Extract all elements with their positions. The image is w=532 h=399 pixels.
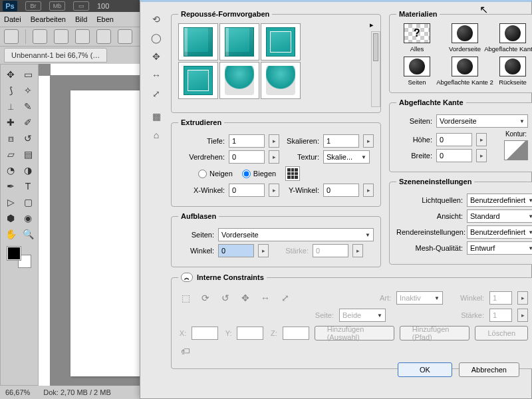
status-zoom[interactable]: 66,67% xyxy=(5,388,30,396)
3d-tool-5[interactable] xyxy=(118,29,132,44)
bevel-breite-stepper[interactable]: ▸ xyxy=(476,149,487,162)
ywinkel-stepper[interactable]: ▸ xyxy=(363,184,374,197)
preset-2[interactable] xyxy=(219,23,259,61)
inflate-seiten-combo[interactable]: Vorderseite▼ xyxy=(218,228,374,241)
heal-tool[interactable]: ✚ xyxy=(3,115,19,130)
constraints-toggle-icon[interactable]: ︽ xyxy=(181,273,193,282)
preset-3[interactable] xyxy=(261,23,301,61)
ywinkel-input[interactable] xyxy=(323,184,359,197)
kontur-picker[interactable] xyxy=(504,140,528,160)
render-combo[interactable]: Benutzerdefiniert▼ xyxy=(467,225,532,239)
3d-camera-tool[interactable]: ◉ xyxy=(20,211,36,225)
ruler-vertical[interactable] xyxy=(39,76,51,386)
eyedropper-tool[interactable]: ✎ xyxy=(20,99,36,114)
presets-flyout-icon[interactable]: ▸ xyxy=(370,21,374,29)
preset-1[interactable] xyxy=(178,23,218,61)
bevel-seiten-combo[interactable]: Vorderseite▼ xyxy=(436,114,528,128)
ic-tool-6[interactable]: ⤢ xyxy=(278,291,293,305)
document-canvas[interactable] xyxy=(70,90,144,376)
doc-tab[interactable]: Unbenannt-1 bei 66,7% (… xyxy=(4,48,107,63)
stamp-tool[interactable]: ⧈ xyxy=(3,131,19,146)
tiefe-stepper[interactable]: ▸ xyxy=(269,134,279,148)
eraser-tool[interactable]: ▱ xyxy=(3,147,19,162)
3d-tool-1[interactable] xyxy=(33,29,47,44)
blur-tool[interactable]: ◔ xyxy=(3,163,19,178)
bevel-breite-input[interactable] xyxy=(436,149,472,162)
origin-picker[interactable] xyxy=(285,166,300,181)
material-rueckseite[interactable] xyxy=(499,57,526,76)
menu-datei[interactable]: Datei xyxy=(4,15,21,23)
cancel-button[interactable]: Abbrechen xyxy=(459,362,519,377)
path-tool[interactable]: ▷ xyxy=(3,195,19,209)
dodge-tool[interactable]: ◑ xyxy=(20,163,36,178)
inflate-winkel-input[interactable] xyxy=(218,244,254,257)
shape-tool[interactable]: ▢ xyxy=(20,195,36,209)
material-vorderseite[interactable] xyxy=(452,23,478,43)
add-selection-button[interactable]: Hinzufügen (Auswahl) xyxy=(315,326,394,340)
material-alles[interactable]: ? xyxy=(404,23,430,43)
bevel-hoehe-input[interactable] xyxy=(436,133,472,146)
crop-tool[interactable]: ⟂ xyxy=(3,99,19,114)
ic-tool-5[interactable]: ↔ xyxy=(258,291,273,305)
preset-scrollbar[interactable] xyxy=(371,31,380,107)
bridge-icon[interactable]: Br xyxy=(25,1,41,11)
marquee-tool[interactable]: ▭ xyxy=(20,67,36,82)
textur-combo[interactable]: Skalie...▼ xyxy=(323,150,370,164)
biegen-radio[interactable]: Biegen xyxy=(242,170,276,178)
menu-bearbeiten[interactable]: Bearbeiten xyxy=(31,15,66,23)
tiefe-input[interactable] xyxy=(229,134,265,148)
history-brush-tool[interactable]: ↺ xyxy=(20,131,36,146)
3d-tool-3[interactable] xyxy=(75,29,90,44)
preset-6[interactable] xyxy=(261,62,301,99)
material-kante2[interactable] xyxy=(452,57,478,76)
mb-icon[interactable]: Mb xyxy=(49,1,65,11)
preset-4[interactable] xyxy=(178,62,218,99)
menu-ebenen[interactable]: Eben xyxy=(96,15,114,23)
ic-tool-1[interactable]: ⬚ xyxy=(178,291,193,305)
screen-mode-icon[interactable]: ▭ xyxy=(73,1,89,11)
verdrehen-input[interactable] xyxy=(229,150,265,164)
home-tool-icon[interactable]: ⌂ xyxy=(150,128,163,142)
mesh-tool-icon[interactable]: ▦ xyxy=(150,110,163,123)
wand-tool[interactable]: ✧ xyxy=(20,83,36,98)
tag-icon[interactable]: 🏷 xyxy=(178,344,193,358)
zoom-tool[interactable]: 🔍 xyxy=(20,227,36,241)
menu-bild[interactable]: Bild xyxy=(75,15,87,23)
rotate-tool-icon[interactable]: ⟲ xyxy=(150,13,163,26)
slide-tool-icon[interactable]: ↔ xyxy=(150,68,163,82)
ansicht-combo[interactable]: Standard▼ xyxy=(467,209,532,223)
xwinkel-input[interactable] xyxy=(229,184,265,197)
ic-tool-4[interactable]: ✥ xyxy=(238,291,253,305)
3d-tool-2[interactable] xyxy=(54,29,68,44)
verdrehen-stepper[interactable]: ▸ xyxy=(269,150,279,164)
hand-tool[interactable]: ✋ xyxy=(3,227,19,241)
skalieren-stepper[interactable]: ▸ xyxy=(363,134,374,148)
pan-tool-icon[interactable]: ✥ xyxy=(150,50,163,63)
brush-tool[interactable]: ✐ xyxy=(20,115,36,130)
bevel-hoehe-stepper[interactable]: ▸ xyxy=(476,133,487,146)
xwinkel-stepper[interactable]: ▸ xyxy=(269,184,279,197)
pen-tool[interactable]: ✒ xyxy=(3,179,19,194)
skalieren-input[interactable] xyxy=(323,134,359,148)
gradient-tool[interactable]: ▤ xyxy=(20,147,36,162)
ic-seite-combo[interactable]: Beide▼ xyxy=(339,309,386,322)
3d-tool-4[interactable] xyxy=(96,29,111,44)
preset-5[interactable] xyxy=(219,62,259,99)
color-swatches[interactable] xyxy=(7,247,31,268)
roll-tool-icon[interactable]: ◯ xyxy=(150,31,163,45)
lasso-tool[interactable]: ⟆ xyxy=(3,83,19,98)
foreground-swatch[interactable] xyxy=(7,247,21,260)
inflate-winkel-stepper[interactable]: ▸ xyxy=(258,244,269,257)
mesh-combo[interactable]: Entwurf▼ xyxy=(467,241,532,255)
neigen-radio[interactable]: Neigen xyxy=(198,170,233,178)
material-seiten[interactable] xyxy=(404,57,430,76)
licht-combo[interactable]: Benutzerdefiniert▼ xyxy=(467,194,532,207)
material-kante1[interactable] xyxy=(499,23,526,43)
ic-tool-2[interactable]: ⟳ xyxy=(198,291,213,305)
type-tool[interactable]: T xyxy=(20,179,36,194)
3d-tool[interactable]: ⬢ xyxy=(3,211,19,225)
active-tool-icon[interactable] xyxy=(4,29,19,44)
ic-tool-3[interactable]: ↺ xyxy=(218,291,233,305)
scale-tool-icon[interactable]: ⤢ xyxy=(150,87,163,100)
ok-button[interactable]: OK xyxy=(398,362,452,377)
